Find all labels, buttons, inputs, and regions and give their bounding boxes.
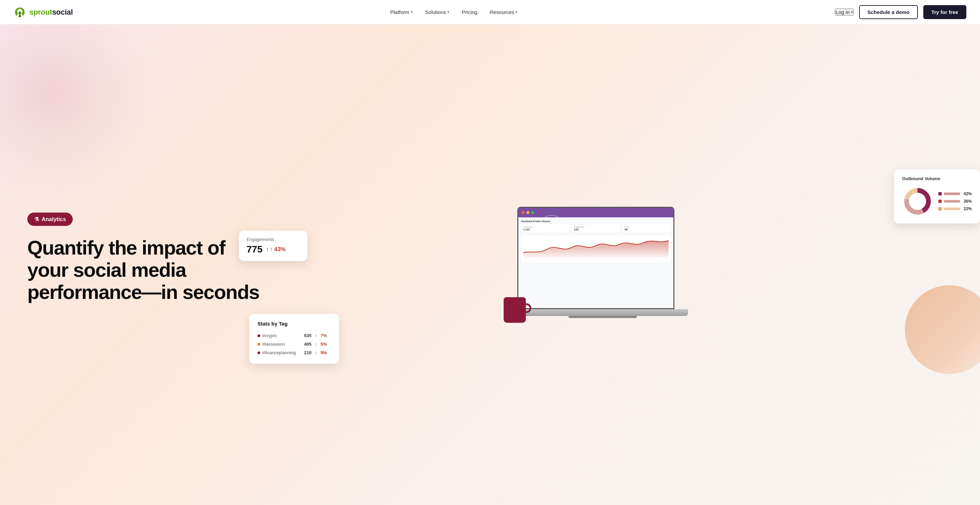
analytics-badge: ⚗ Analytics [27,213,73,226]
legend-item-3: 22% [938,206,972,211]
legend-bar-2 [944,200,960,203]
svg-point-2 [547,223,556,232]
try-free-button[interactable]: Try for free [923,5,966,19]
nav-pricing[interactable]: Pricing [462,9,477,15]
legend-item-2: 36% [938,199,972,204]
nav-actions: Log in ▾ Schedule a demo Try for free [835,5,966,19]
hero-headline: Quantify the impact of your social media… [27,237,259,303]
tag-dot-taxseason [258,343,260,346]
stats-row-taxseason: #taxseason 405 ↑ 5% [258,340,331,348]
outbound-card: Outbound Volume 42% [894,169,980,224]
trend-up-icon: ↑ [315,333,317,338]
trend-up-icon: ↑ [315,350,317,355]
sprout-logo-icon [14,6,26,18]
analytics-icon: ⚗ [34,216,39,222]
tag-dot-crypto [258,334,260,337]
engagements-card: Engagements 775 ↑ ↑ 43% [239,231,307,261]
login-button[interactable]: Log in ▾ [835,8,854,16]
stats-row-crypto: #crypto 535 ↑ 7% [258,331,331,340]
nav-links: Platform ▾ Solutions ▾ Pricing Resources… [390,9,518,15]
chevron-down-icon: ▾ [515,10,518,14]
legend-bar-3 [944,208,960,210]
chevron-down-icon: ▾ [447,10,449,14]
radar-circles [538,214,565,241]
logo-text: sproutsocial [29,8,73,17]
navbar: sproutsocial Platform ▾ Solutions ▾ Pric… [0,0,980,25]
chevron-down-icon: ▾ [411,10,413,14]
legend-dot-3 [938,207,942,211]
stats-by-tag-card: Stats by Tag #crypto 535 ↑ 7% #taxseason… [249,314,339,364]
schedule-demo-button[interactable]: Schedule a demo [859,5,918,19]
laptop-mockup: Facebook Profiles Report Impressions 1,1… [517,207,695,337]
donut-chart-container: 42% 36% 22% [902,186,972,217]
nav-platform[interactable]: Platform ▾ [390,9,413,15]
legend-dot-2 [938,200,942,203]
screen-dot-green [531,211,534,214]
screen-dot-yellow [527,211,529,214]
svg-point-7 [909,193,926,210]
deco-circle [905,285,980,374]
trend-arrow-icon: ↑ [266,246,269,253]
hero-left: ⚗ Analytics Quantify the impact of your … [27,213,259,317]
laptop-base [517,309,688,316]
nav-resources[interactable]: Resources ▾ [490,9,518,15]
engagements-value-row: 775 ↑ ↑ 43% [247,244,300,255]
stats-row-financeplanning: #financeplanning 210 ↑ 9% [258,348,331,357]
legend-bar-1 [944,192,960,195]
hero-section: ⚗ Analytics Quantify the impact of your … [0,25,980,505]
screen-stat-engagements: Engagements 145 [572,224,620,232]
mug-decoration [504,297,526,323]
logo[interactable]: sproutsocial [14,6,73,18]
hero-right: Facebook Profiles Report Impressions 1,1… [259,176,953,354]
legend-item-1: 42% [938,191,972,196]
chevron-down-icon: ▾ [851,10,853,14]
svg-point-1 [543,219,560,235]
trend-up-icon: ↑ [315,341,317,347]
screen-dot-red [522,211,525,214]
screen-stat-clicks: Clicks 89 [622,224,671,232]
nav-solutions[interactable]: Solutions ▾ [425,9,450,15]
legend-dot-1 [938,192,942,195]
tag-dot-financeplanning [258,351,260,354]
donut-chart [902,186,933,217]
donut-legend: 42% 36% 22% [938,191,972,211]
